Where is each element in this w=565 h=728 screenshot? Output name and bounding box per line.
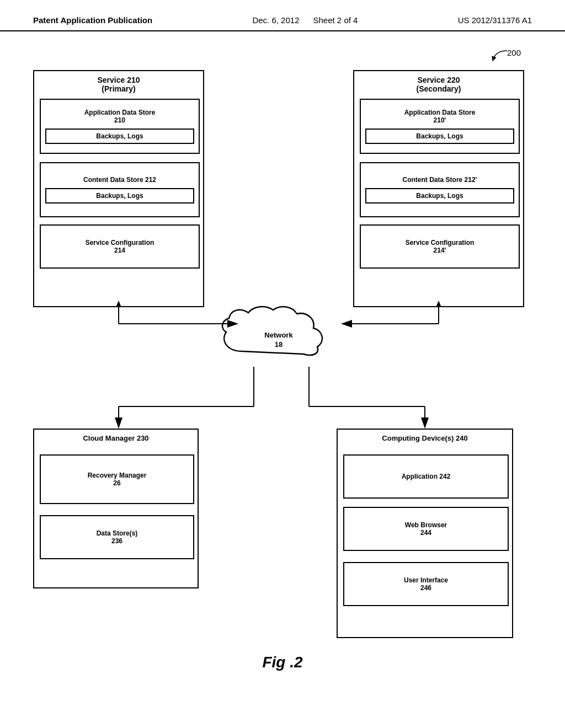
figure-caption: Fig .2	[262, 654, 302, 671]
network-cloud: Network 18	[210, 302, 348, 368]
app-data-store-primary-label: Application Data Store210	[82, 106, 158, 126]
web-browser-box: Web Browser244	[343, 507, 509, 551]
data-store-box: Data Store(s)236	[40, 515, 194, 559]
svg-text:Network: Network	[264, 331, 293, 339]
user-interface-box: User Interface246	[343, 562, 509, 606]
content-data-store-primary-box: Content Data Store 212 Backups, Logs	[40, 162, 200, 217]
publication-title: Patent Application Publication	[33, 15, 152, 25]
app-data-store-secondary-inner: Backups, Logs	[365, 129, 514, 144]
content-data-store-secondary-label: Content Data Store 212'	[401, 174, 479, 186]
recovery-manager-label: Recovery Manager26	[88, 472, 147, 487]
page-header: Patent Application Publication Dec. 6, 2…	[0, 0, 565, 31]
content-data-store-primary-inner: Backups, Logs	[45, 188, 194, 204]
content-data-store-secondary-inner: Backups, Logs	[365, 188, 514, 204]
service-secondary-box: Service 220(Secondary) Application Data …	[353, 70, 524, 307]
application-label: Application 242	[402, 473, 451, 480]
service-primary-box: Service 210(Primary) Application Data St…	[33, 70, 204, 307]
app-data-store-secondary-label: Application Data Store210'	[402, 106, 478, 126]
app-data-store-primary-inner: Backups, Logs	[45, 129, 194, 144]
cloud-manager-title: Cloud Manager 230	[34, 434, 198, 442]
app-data-store-primary-box: Application Data Store210 Backups, Logs	[40, 99, 200, 154]
service-config-secondary-label: Service Configuration214'	[406, 239, 475, 254]
svg-text:18: 18	[275, 340, 282, 349]
service-secondary-title: Service 220(Secondary)	[354, 76, 523, 93]
computing-devices-box: Computing Device(s) 240 Application 242 …	[337, 429, 513, 638]
sheet-info: Sheet 2 of 4	[313, 15, 358, 25]
content-data-store-secondary-box: Content Data Store 212' Backups, Logs	[360, 162, 520, 217]
diagram-ref-200: 200	[507, 48, 521, 57]
service-config-primary-label: Service Configuration214	[86, 239, 154, 254]
web-browser-label: Web Browser244	[405, 521, 447, 537]
diagram-area: 200 Service 210(Primary) Application Dat…	[0, 31, 565, 682]
service-config-primary-box: Service Configuration214	[40, 224, 200, 269]
computing-devices-title: Computing Device(s) 240	[338, 434, 512, 442]
data-store-label: Data Store(s)236	[97, 529, 138, 545]
content-data-store-primary-label: Content Data Store 212	[81, 174, 158, 186]
header-center: Dec. 6, 2012 Sheet 2 of 4	[252, 15, 358, 25]
recovery-manager-box: Recovery Manager26	[40, 454, 194, 504]
publication-date: Dec. 6, 2012	[252, 15, 299, 25]
service-primary-title: Service 210(Primary)	[34, 76, 203, 93]
patent-number: US 2012/311376 A1	[458, 15, 532, 25]
app-data-store-secondary-box: Application Data Store210' Backups, Logs	[360, 99, 520, 154]
user-interface-label: User Interface246	[404, 576, 448, 592]
cloud-manager-box: Cloud Manager 230 Recovery Manager26 Dat…	[33, 429, 199, 588]
service-config-secondary-box: Service Configuration214'	[360, 224, 520, 269]
application-box: Application 242	[343, 454, 509, 499]
